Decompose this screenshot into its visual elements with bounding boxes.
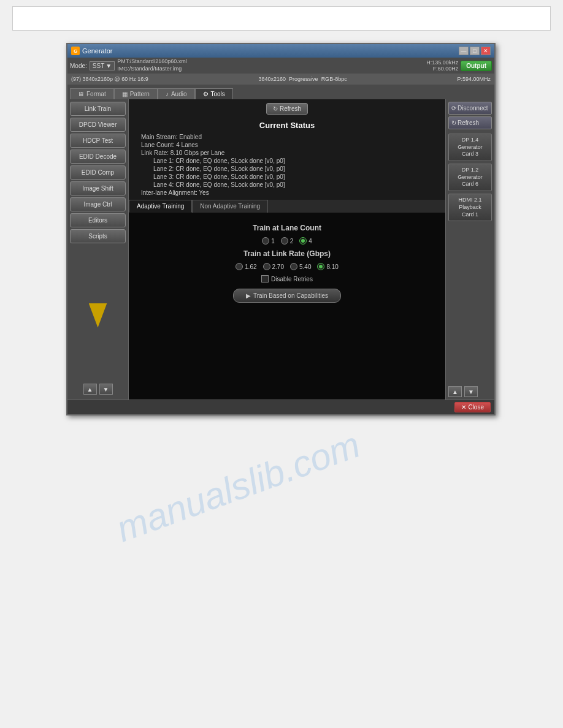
lane-4-radio[interactable] bbox=[299, 237, 307, 245]
scripts-button[interactable]: Scripts bbox=[70, 229, 126, 243]
image-shift-button[interactable]: Image Shift bbox=[70, 181, 126, 195]
non-adaptive-training-tab[interactable]: Non Adaptive Training bbox=[192, 200, 268, 213]
audio-tab-icon: ♪ bbox=[166, 91, 169, 97]
mode-selector[interactable]: SST ▼ bbox=[90, 61, 115, 70]
inter-lane-status: Inter-lane Alignment: Yes bbox=[141, 189, 433, 196]
tab-pattern-label: Pattern bbox=[130, 91, 150, 97]
right-refresh-button[interactable]: ↻ Refresh bbox=[448, 116, 492, 129]
tab-audio[interactable]: ♪ Audio bbox=[158, 88, 195, 99]
sidebar-up-button[interactable]: ▲ bbox=[83, 384, 97, 395]
mode-info: PMT:/Standard/2160p60.xml IMG:/Standard/… bbox=[117, 58, 424, 72]
training-content: Train at Lane Count 1 2 4 bbox=[129, 213, 445, 400]
right-up-button[interactable]: ▲ bbox=[448, 386, 462, 397]
down-arrow-icon bbox=[89, 303, 107, 328]
main-content: Link Train DPCD Viewer HDCP Test EDID De… bbox=[67, 99, 494, 400]
close-window-button[interactable]: ✕ bbox=[481, 47, 491, 55]
lane1-status: Lane 1: CR done, EQ done, SLock done [v0… bbox=[141, 157, 433, 164]
edid-comp-button[interactable]: EDID Comp bbox=[70, 165, 126, 180]
lane-count-title: Train at Lane Count bbox=[135, 224, 439, 232]
left-sidebar: Link Train DPCD Viewer HDCP Test EDID De… bbox=[67, 99, 129, 400]
pixel-rate: P:594.00MHz bbox=[457, 76, 491, 82]
hdmi21-card-button[interactable]: HDMI 2.1 Playback Card 1 bbox=[448, 194, 492, 221]
tools-tab-icon: ⚙ bbox=[203, 91, 209, 97]
rate-162-radio[interactable] bbox=[236, 263, 243, 270]
rate-540-radio[interactable] bbox=[290, 263, 297, 270]
tab-tools[interactable]: ⚙ Tools bbox=[195, 88, 233, 100]
dp14-card-button[interactable]: DP 1.4 Generator Card 3 bbox=[448, 134, 492, 161]
rate-270-radio[interactable] bbox=[263, 263, 270, 270]
lane-count-radio-group: 1 2 4 bbox=[135, 237, 439, 245]
title-bar-left: G Generator bbox=[71, 47, 113, 55]
link-rate-radio-group: 1.62 2.70 5.40 8.10 bbox=[135, 263, 439, 270]
rate-810-option[interactable]: 8.10 bbox=[317, 263, 338, 270]
lane-1-radio[interactable] bbox=[262, 237, 269, 245]
pattern-tab-icon: ▦ bbox=[122, 91, 128, 97]
adaptive-training-tab[interactable]: Adaptive Training bbox=[129, 200, 192, 213]
lane-4-option[interactable]: 4 bbox=[299, 237, 312, 245]
lane-2-radio[interactable] bbox=[281, 237, 288, 245]
lane4-status: Lane 4: CR done, EQ done, SLock done [v0… bbox=[141, 181, 433, 188]
status-section: Current Status Main Stream: Enabled Lane… bbox=[129, 118, 445, 200]
tab-format-label: Format bbox=[86, 91, 106, 97]
top-bar bbox=[12, 6, 551, 31]
lane-2-option[interactable]: 2 bbox=[281, 237, 294, 245]
lane-count-status: Lane Count: 4 Lanes bbox=[141, 142, 433, 148]
disable-retries-label: Disable Retries bbox=[271, 276, 313, 282]
main-stream-status: Main Stream: Enabled bbox=[141, 134, 433, 140]
close-bar: ✕ Close bbox=[67, 400, 494, 414]
rate-540-option[interactable]: 5.40 bbox=[290, 263, 311, 270]
format-info: 3840x2160 Progressive RGB-8bpc bbox=[259, 76, 347, 82]
refresh-icon: ↻ bbox=[273, 105, 278, 112]
train-based-on-capabilities-button[interactable]: ▶ Train Based on Capabilities bbox=[233, 289, 341, 303]
lane3-status: Lane 3: CR done, EQ done, SLock done [v0… bbox=[141, 173, 433, 180]
mode-bar: Mode: SST ▼ PMT:/Standard/2160p60.xml IM… bbox=[67, 58, 494, 74]
disable-retries-checkbox[interactable] bbox=[261, 275, 269, 282]
edid-decode-button[interactable]: EDID Decode bbox=[70, 150, 126, 164]
link-rate-title: Train at Link Rate (Gbps) bbox=[135, 249, 439, 258]
status-title: Current Status bbox=[141, 121, 433, 130]
close-button[interactable]: ✕ Close bbox=[454, 402, 491, 412]
card-list: DP 1.4 Generator Card 3 DP 1.2 Generator… bbox=[448, 134, 492, 221]
mode-label: Mode: bbox=[70, 63, 87, 69]
app-icon: G bbox=[71, 47, 80, 55]
maximize-button[interactable]: □ bbox=[470, 47, 480, 55]
format-tab-icon: 🖥 bbox=[78, 91, 84, 97]
sidebar-nav: ▲ ▼ bbox=[70, 381, 126, 397]
training-tabs: Adaptive Training Non Adaptive Training bbox=[129, 200, 445, 213]
disconnect-icon: ⟳ bbox=[451, 105, 456, 112]
minimize-button[interactable]: — bbox=[459, 47, 469, 55]
disable-retries-row: Disable Retries bbox=[135, 275, 439, 282]
disconnect-button[interactable]: ⟳ Disconnect bbox=[448, 102, 492, 115]
rate-162-option[interactable]: 1.62 bbox=[236, 263, 256, 270]
window-title: Generator bbox=[82, 47, 113, 55]
refresh-button[interactable]: ↻ Refresh bbox=[266, 103, 308, 115]
tab-audio-label: Audio bbox=[171, 91, 187, 97]
content-panel: ↻ Refresh Current Status Main Stream: En… bbox=[129, 99, 445, 400]
right-down-button[interactable]: ▼ bbox=[464, 386, 478, 397]
image-ctrl-button[interactable]: Image Ctrl bbox=[70, 197, 126, 211]
editors-button[interactable]: Editors bbox=[70, 213, 126, 227]
output-button[interactable]: Output bbox=[461, 61, 492, 71]
tab-pattern[interactable]: ▦ Pattern bbox=[114, 88, 158, 99]
right-panel: ⟳ Disconnect ↻ Refresh DP 1.4 Generator … bbox=[445, 99, 494, 400]
rate-270-option[interactable]: 2.70 bbox=[263, 263, 284, 270]
title-bar-controls: — □ ✕ bbox=[459, 47, 491, 55]
dpcd-viewer-button[interactable]: DPCD Viewer bbox=[70, 118, 126, 132]
resolution-info: (97) 3840x2160p @ 60 Hz 16:9 bbox=[71, 76, 148, 82]
dp12-card-button[interactable]: DP 1.2 Generator Card 6 bbox=[448, 164, 492, 191]
link-train-button[interactable]: Link Train bbox=[70, 102, 126, 116]
lane2-status: Lane 2: CR done, EQ done, SLock done [v0… bbox=[141, 165, 433, 172]
lane-1-option[interactable]: 1 bbox=[262, 237, 275, 245]
watermark: manualslib.com bbox=[111, 423, 366, 550]
tab-format[interactable]: 🖥 Format bbox=[70, 88, 114, 99]
sidebar-down-button[interactable]: ▼ bbox=[99, 384, 113, 395]
arrow-indicator bbox=[70, 245, 126, 379]
status-bar: (97) 3840x2160p @ 60 Hz 16:9 3840x2160 P… bbox=[67, 74, 494, 85]
close-icon: ✕ bbox=[461, 404, 466, 411]
freq-info: H:135.00kHz F:60.00Hz bbox=[426, 59, 458, 72]
title-bar: G Generator — □ ✕ bbox=[67, 44, 494, 58]
rate-810-radio[interactable] bbox=[317, 263, 324, 270]
hdcp-test-button[interactable]: HDCP Test bbox=[70, 134, 126, 148]
link-rate-status: Link Rate: 8.10 Gbps per Lane bbox=[141, 150, 433, 156]
app-window: G Generator — □ ✕ Mode: SST ▼ PMT:/Stand… bbox=[66, 43, 496, 415]
